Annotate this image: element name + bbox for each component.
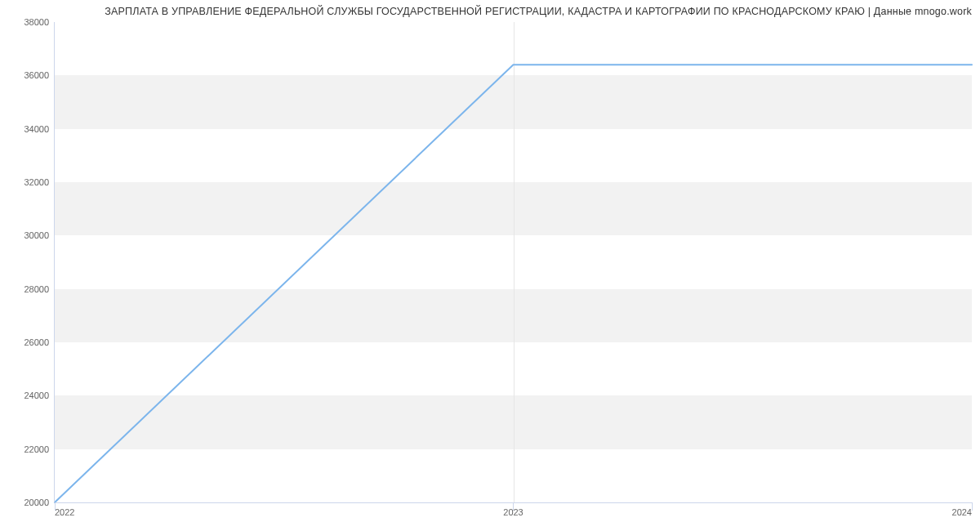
x-tick-mark [972,502,973,511]
y-tick-label: 36000 [8,70,49,80]
y-tick-label: 20000 [8,498,49,507]
y-tick-label: 38000 [8,17,49,27]
y-tick-label: 32000 [8,177,49,187]
chart-container: ЗАРПЛАТА В УПРАВЛЕНИЕ ФЕДЕРАЛЬНОЙ СЛУЖБЫ… [0,0,980,531]
plot-area [55,22,972,502]
y-tick-label: 26000 [8,337,49,347]
y-tick-label: 28000 [8,284,49,294]
chart-title: ЗАРПЛАТА В УПРАВЛЕНИЕ ФЕДЕРАЛЬНОЙ СЛУЖБЫ… [0,6,972,17]
y-tick-label: 24000 [8,390,49,400]
x-tick-mark [513,502,514,511]
line-layer [55,22,972,502]
y-tick-label: 22000 [8,444,49,454]
y-tick-label: 30000 [8,230,49,240]
data-series-line [55,65,972,502]
y-tick-label: 34000 [8,124,49,134]
x-tick-label: 2024 [952,507,972,517]
y-axis-line [54,22,55,502]
x-tick-label: 2022 [55,507,74,517]
x-tick-mark [55,502,56,511]
